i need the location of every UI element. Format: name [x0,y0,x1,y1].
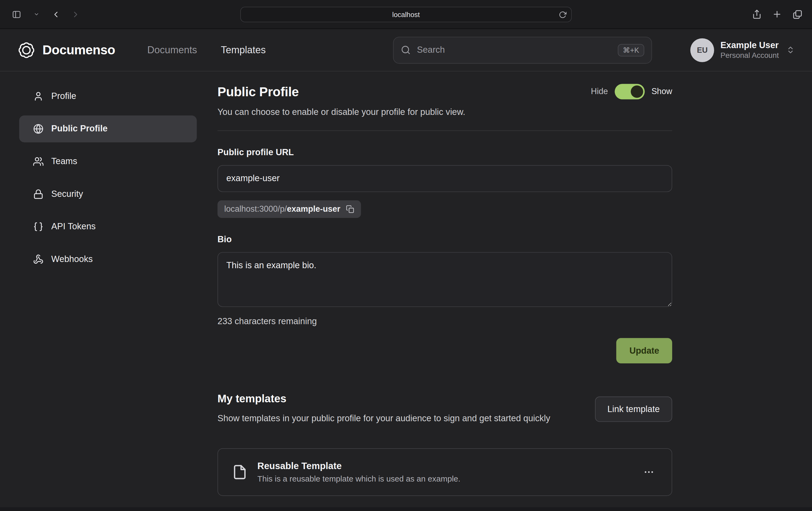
top-nav: Documents Templates [147,44,266,56]
visibility-toggle[interactable] [614,84,644,99]
user-account-type: Personal Account [720,51,779,60]
bio-textarea[interactable]: This is an example bio. [218,252,672,307]
sidebar-item-teams[interactable]: Teams [19,148,197,175]
search-placeholder: Search [417,45,445,55]
link-template-button[interactable]: Link template [595,397,672,422]
show-label: Show [651,87,672,96]
nav-templates[interactable]: Templates [221,44,266,56]
sidebar-item-security[interactable]: Security [19,181,197,208]
avatar: EU [690,38,714,62]
url-field-label: Public profile URL [218,148,672,158]
settings-sidebar: Profile Public Profile Teams Security [19,83,197,278]
sidebar-toggle-icon[interactable] [9,7,24,22]
search-shortcut-badge: ⌘+K [617,44,644,56]
sidebar-item-label: Security [51,189,83,199]
url-prefix: localhost:3000/p/example-user [224,204,340,214]
window-bottom-edge [0,507,812,511]
page-title: Public Profile [218,84,299,99]
characters-remaining: 233 characters remaining [218,316,672,327]
settings-layout: Profile Public Profile Teams Security [0,71,812,496]
sidebar-item-profile[interactable]: Profile [19,83,197,110]
nav-documents[interactable]: Documents [147,44,197,56]
template-card: Reusable Template This is a reusable tem… [218,449,672,496]
sidebar-item-webhooks[interactable]: Webhooks [19,246,197,273]
copy-icon[interactable] [346,205,354,213]
bio-field-label: Bio [218,234,672,245]
url-slug: example-user [287,204,341,213]
tabs-overview-icon[interactable] [792,9,803,20]
sidebar-item-label: Webhooks [51,254,93,264]
brand[interactable]: Documenso [17,40,115,59]
sidebar-item-label: Public Profile [51,124,108,134]
screen: localhost Documen [0,0,812,511]
search-input[interactable]: Search ⌘+K [393,36,652,63]
sidebar-item-public-profile[interactable]: Public Profile [19,116,197,143]
search-icon [401,45,411,55]
hide-label: Hide [591,87,608,96]
brand-name: Documenso [42,42,115,58]
toolbar-chevron-down-icon[interactable] [29,7,44,22]
forward-button[interactable] [68,7,83,22]
sidebar-item-label: Teams [51,156,77,167]
webhook-icon [33,254,44,264]
chevrons-up-down-icon [786,46,795,54]
profile-url-preview[interactable]: localhost:3000/p/example-user [218,200,361,218]
globe-icon [33,124,44,134]
address-url: localhost [392,10,420,19]
update-button[interactable]: Update [616,338,672,363]
sidebar-item-api-tokens[interactable]: API Tokens [19,213,197,240]
lock-icon [33,189,44,199]
back-button[interactable] [49,7,63,22]
sidebar-item-label: Profile [51,91,76,101]
divider [218,130,672,131]
app-header: Documenso Documents Templates Search ⌘+K… [0,29,812,71]
address-bar[interactable]: localhost [240,7,572,22]
documenso-logo-icon [17,40,36,59]
template-name: Reusable Template [258,461,461,472]
template-description: This is a reusable template which is use… [258,474,461,483]
file-icon [232,464,248,480]
sidebar-item-label: API Tokens [51,221,96,232]
profile-visibility-control: Hide Show [591,84,672,99]
page-subtitle: You can choose to enable or disable your… [218,107,672,117]
reload-icon[interactable] [559,11,567,19]
share-icon[interactable] [752,9,762,20]
users-icon [33,156,44,167]
public-profile-settings: Public Profile Hide Show You can choose … [218,84,672,496]
my-templates-description: Show templates in your public profile fo… [218,412,550,426]
public-profile-url-input[interactable] [218,165,672,192]
my-templates-title: My templates [218,392,550,405]
user-name: Example User [720,40,779,51]
braces-icon [33,221,44,232]
toggle-knob [631,85,643,98]
user-menu[interactable]: EU Example User Personal Account [690,38,795,62]
new-tab-icon[interactable] [772,9,782,19]
browser-toolbar: localhost [0,0,812,29]
user-icon [33,91,44,101]
more-options-icon[interactable] [640,463,658,481]
